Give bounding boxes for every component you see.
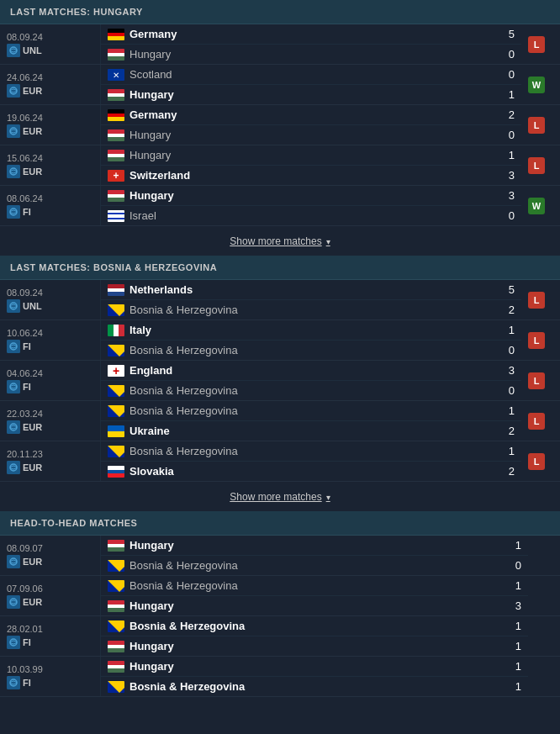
team2-name: Bosnia & Herzegovina bbox=[129, 384, 497, 397]
team1-score: 5 bbox=[502, 283, 515, 296]
team1-row: Germany 5 bbox=[101, 24, 521, 45]
team2-flag bbox=[108, 600, 124, 612]
match-info: 08.09.07 EUR bbox=[0, 536, 101, 575]
team1-flag bbox=[108, 109, 124, 121]
result-badge: L bbox=[528, 453, 545, 470]
team1-name: Hungary bbox=[129, 539, 504, 552]
teams-scores: England 3 Bosnia & Herzegovina 0 bbox=[101, 361, 521, 400]
team1-score: 5 bbox=[502, 28, 515, 40]
team1-flag bbox=[108, 661, 124, 673]
show-more-button[interactable]: Show more matches ▾ bbox=[230, 491, 330, 503]
competition-icon bbox=[7, 555, 20, 568]
team2-row: Bosnia & Herzegovina 1 bbox=[101, 677, 528, 696]
team2-row: Hungary 1 bbox=[101, 636, 528, 656]
team2-name: Ukraine bbox=[129, 425, 497, 437]
team2-score: 1 bbox=[509, 640, 521, 652]
match-date: 22.03.24 bbox=[7, 409, 93, 419]
team2-score: 0 bbox=[502, 48, 515, 61]
competition-label: EUR bbox=[23, 462, 42, 473]
team1-score: 1 bbox=[509, 660, 521, 673]
svg-rect-20 bbox=[7, 555, 20, 568]
svg-rect-22 bbox=[7, 595, 20, 609]
teams-scores: Italy 1 Bosnia & Herzegovina 0 bbox=[101, 320, 521, 360]
result-column: L bbox=[521, 105, 560, 145]
team2-score: 1 bbox=[502, 88, 515, 101]
result-badge: L bbox=[528, 36, 545, 53]
competition-label: EUR bbox=[23, 166, 42, 177]
competition-icon bbox=[7, 636, 20, 649]
team1-score: 1 bbox=[509, 579, 521, 592]
match-row: 07.09.06 EUR Bosnia & Herzegovina 1 bbox=[0, 576, 560, 616]
match-info: 19.06.24 EUR bbox=[0, 105, 101, 145]
match-row: 08.09.24 UNL Netherlands 5 Bosnia bbox=[0, 280, 560, 320]
competition-label: UNL bbox=[23, 301, 42, 311]
teams-scores: Hungary 1 Switzerland 3 bbox=[101, 145, 521, 185]
competition-icon bbox=[7, 340, 20, 353]
match-row: 28.02.01 FI Bosnia & Herzegovina 1 bbox=[0, 616, 560, 657]
team1-name: Bosnia & Herzegovina bbox=[129, 620, 504, 632]
result-column: W bbox=[521, 65, 560, 104]
section-bosnia: LAST MATCHES: BOSNIA & HERZEGOVINA 08.09… bbox=[0, 256, 560, 511]
result-column: L bbox=[521, 320, 560, 360]
chevron-down-icon: ▾ bbox=[326, 493, 330, 502]
team2-score: 1 bbox=[509, 680, 521, 693]
result-column bbox=[528, 576, 560, 615]
team2-flag bbox=[108, 425, 124, 437]
show-more-button[interactable]: Show more matches ▾ bbox=[230, 235, 330, 247]
match-competition: UNL bbox=[7, 299, 93, 313]
team1-score: 1 bbox=[509, 539, 521, 552]
team2-score: 0 bbox=[502, 344, 515, 356]
svg-rect-26 bbox=[7, 676, 20, 689]
match-date: 07.09.06 bbox=[7, 584, 93, 594]
team1-flag bbox=[108, 69, 124, 81]
team2-score: 2 bbox=[502, 304, 515, 316]
teams-scores: Bosnia & Herzegovina 1 Hungary 1 bbox=[101, 616, 528, 656]
team1-flag bbox=[108, 580, 124, 592]
section-header-h2h: HEAD-TO-HEAD MATCHES bbox=[0, 511, 560, 536]
team1-flag bbox=[108, 150, 124, 161]
result-badge: L bbox=[528, 157, 545, 174]
result-badge: W bbox=[528, 77, 545, 93]
teams-scores: Hungary 1 Bosnia & Herzegovina 1 bbox=[101, 657, 528, 696]
match-info: 22.03.24 EUR bbox=[0, 401, 101, 441]
team1-score: 3 bbox=[502, 189, 515, 202]
team1-name: Hungary bbox=[129, 189, 497, 202]
competition-icon bbox=[7, 676, 20, 689]
match-date: 10.03.99 bbox=[7, 664, 93, 674]
team2-score: 3 bbox=[509, 599, 521, 612]
match-info: 10.03.99 FI bbox=[0, 657, 101, 696]
result-column: L bbox=[521, 24, 560, 64]
team1-flag bbox=[108, 29, 124, 40]
result-badge: L bbox=[528, 117, 545, 134]
match-date: 08.09.24 bbox=[7, 288, 93, 298]
team1-name: Bosnia & Herzegovina bbox=[129, 404, 497, 417]
team2-flag bbox=[108, 304, 124, 316]
svg-rect-16 bbox=[7, 420, 20, 434]
team2-name: Hungary bbox=[129, 48, 497, 61]
match-info: 24.06.24 EUR bbox=[0, 65, 101, 104]
match-competition: EUR bbox=[7, 165, 93, 178]
team2-name: Bosnia & Herzegovina bbox=[129, 559, 504, 572]
team1-name: Hungary bbox=[129, 149, 497, 161]
competition-label: EUR bbox=[23, 597, 42, 607]
team1-row: Bosnia & Herzegovina 1 bbox=[101, 576, 528, 596]
team2-score: 2 bbox=[502, 465, 515, 478]
teams-scores: Hungary 3 Israel 0 bbox=[101, 186, 521, 225]
team2-name: Hungary bbox=[129, 640, 504, 652]
result-badge: W bbox=[528, 198, 545, 214]
match-row: 10.06.24 FI Italy 1 Bosnia & Herze bbox=[0, 320, 560, 361]
match-competition: EUR bbox=[7, 595, 93, 609]
team2-name: Bosnia & Herzegovina bbox=[129, 680, 504, 693]
team2-row: Hungary 0 bbox=[101, 125, 521, 145]
team2-row: Hungary 0 bbox=[101, 45, 521, 64]
competition-label: EUR bbox=[23, 126, 42, 136]
match-info: 10.06.24 FI bbox=[0, 320, 101, 360]
match-info: 04.06.24 FI bbox=[0, 361, 101, 400]
team1-row: Hungary 3 bbox=[101, 186, 521, 206]
team2-score: 0 bbox=[502, 129, 515, 141]
team2-flag bbox=[108, 89, 124, 101]
chevron-down-icon: ▾ bbox=[326, 237, 330, 246]
section-hungary: LAST MATCHES: HUNGARY 08.09.24 UNL Germa… bbox=[0, 0, 560, 256]
match-row: 08.06.24 FI Hungary 3 Israel bbox=[0, 186, 560, 226]
team1-score: 3 bbox=[502, 364, 515, 377]
